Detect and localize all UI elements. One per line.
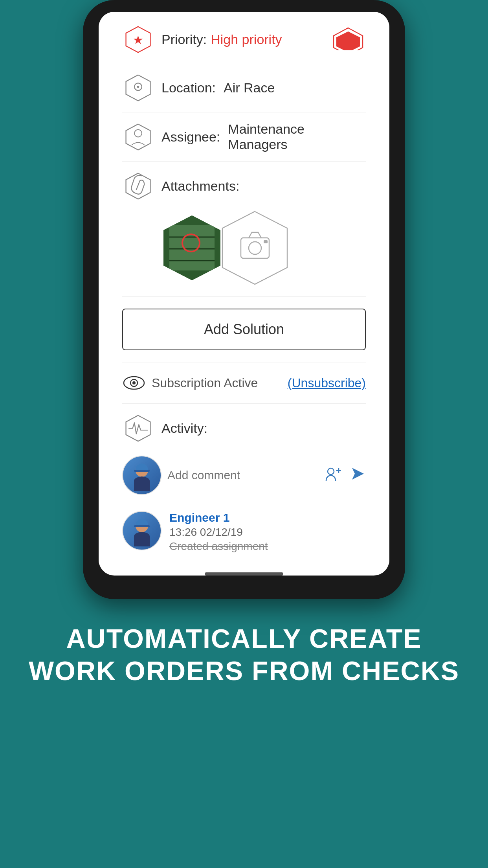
svg-rect-21: [264, 240, 268, 243]
eye-icon: [122, 371, 146, 395]
svg-text:★: ★: [133, 33, 143, 46]
tagline-line2: WORK ORDERS FROM CHECKS: [29, 655, 459, 687]
svg-rect-33: [134, 525, 150, 527]
assignee-value: Maintenance Managers: [228, 121, 366, 152]
phone-home-indicator: [205, 572, 283, 576]
svg-marker-18: [222, 211, 287, 284]
assignee-row: Assignee: Maintenance Managers: [122, 112, 366, 162]
subscription-row: Subscription Active (Unsubscribe): [122, 362, 366, 404]
add-solution-button[interactable]: Add Solution: [122, 309, 366, 350]
priority-value: High priority: [211, 32, 282, 47]
assignee-icon: [122, 121, 154, 153]
assignee-label: Assignee:: [161, 129, 220, 145]
comment-area: [122, 452, 366, 503]
send-icon[interactable]: [350, 466, 366, 485]
activity-section: Activity:: [122, 404, 366, 565]
entry-username: Engineer 1: [169, 511, 366, 524]
comment-input-wrapper[interactable]: [167, 465, 319, 486]
svg-marker-3: [336, 31, 360, 50]
svg-marker-31: [352, 468, 364, 480]
entry-action: Created assignment: [169, 540, 366, 553]
location-label: Location:: [161, 80, 216, 96]
location-icon: [122, 72, 154, 103]
comment-actions: [325, 466, 366, 485]
activity-label: Activity:: [161, 421, 207, 436]
add-solution-section: Add Solution: [122, 297, 366, 362]
attachments-images: [161, 210, 366, 288]
phone-shell: ★ Priority: High priority: [83, 0, 405, 599]
svg-rect-27: [134, 470, 150, 472]
attachments-header: Attachments:: [122, 170, 366, 202]
tagline-line1: AUTOMATICALLY CREATE: [29, 623, 459, 655]
activity-header: Activity:: [122, 412, 366, 444]
attachment-photo[interactable]: [161, 213, 222, 284]
tagline-area: AUTOMATICALLY CREATE WORK ORDERS FROM CH…: [5, 623, 483, 687]
phone-screen: ★ Priority: High priority: [99, 12, 389, 576]
activity-icon: [122, 412, 154, 444]
subscription-status: Subscription Active: [152, 376, 258, 390]
attachment-add-photo[interactable]: [220, 210, 289, 288]
unsubscribe-link[interactable]: (Unsubscribe): [288, 376, 366, 390]
svg-point-8: [134, 129, 142, 137]
svg-point-28: [328, 468, 334, 474]
priority-row: ★ Priority: High priority: [122, 16, 366, 63]
priority-label: Priority:: [161, 32, 207, 47]
location-value: Air Race: [224, 80, 275, 96]
activity-entry: Engineer 1 13:26 02/12/19 Created assign…: [122, 503, 366, 561]
entry-timestamp: 13:26 02/12/19: [169, 526, 366, 539]
svg-point-20: [249, 242, 261, 254]
comment-input[interactable]: [167, 465, 319, 486]
attachments-row: Attachments:: [122, 162, 366, 297]
add-person-icon[interactable]: [325, 466, 342, 485]
phone-wrapper: ★ Priority: High priority: [83, 0, 405, 599]
svg-point-6: [137, 85, 139, 88]
location-row: Location: Air Race: [122, 63, 366, 112]
svg-point-24: [132, 381, 136, 384]
attachments-label: Attachments:: [161, 178, 239, 194]
priority-toggle[interactable]: [330, 27, 366, 52]
entry-content: Engineer 1 13:26 02/12/19 Created assign…: [169, 511, 366, 553]
engineer-avatar: [122, 511, 161, 553]
current-user-avatar: [122, 456, 161, 495]
attachments-icon: [122, 170, 154, 202]
svg-rect-13: [169, 225, 215, 270]
priority-icon: ★: [122, 24, 154, 55]
